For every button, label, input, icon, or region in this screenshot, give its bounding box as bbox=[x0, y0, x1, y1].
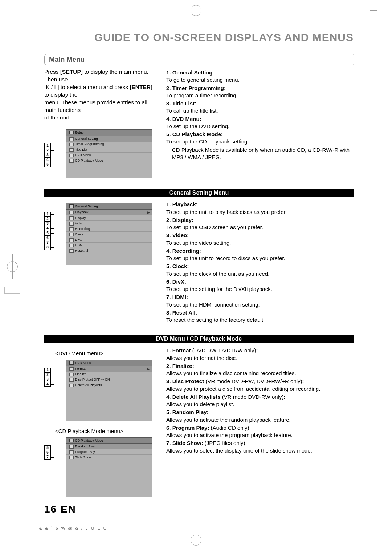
dvd-menu-screenshot: DVD MenuFormat▶FinalizeDisc Protect OFF … bbox=[66, 360, 152, 421]
item-title: 5. CD Playback Mode: bbox=[166, 131, 354, 138]
setup-menu-screenshot: SetupGeneral SettingTimer ProgrammingTit… bbox=[66, 129, 152, 178]
menu-row: CD Playback Mode bbox=[66, 158, 152, 163]
menu-titlebar: CD Playback Mode bbox=[66, 438, 152, 444]
cd-menu-numbers: 567 bbox=[44, 445, 51, 459]
callout-number: 5 bbox=[44, 231, 51, 236]
callout-number: 7 bbox=[44, 240, 51, 245]
item-title: 6. DivX: bbox=[166, 278, 354, 285]
intro-text: Press [SETUP] to display the main menu. … bbox=[44, 68, 158, 121]
cd-menu-screenshot: CD Playback ModeRandom PlayProgram PlayS… bbox=[66, 437, 152, 497]
callout-number: 4 bbox=[44, 226, 51, 231]
item-desc: Allows you to activate the random playba… bbox=[166, 416, 354, 424]
item-desc: To set up the DVD setting. bbox=[166, 123, 354, 130]
callout-number: 3 bbox=[44, 153, 51, 158]
subheader-general: General Setting Menu bbox=[44, 189, 354, 197]
callout-number: 3 bbox=[44, 221, 51, 226]
item-note: CD Playback Mode is available only when … bbox=[166, 146, 354, 161]
subheader-dvd: DVD Menu / CD Playback Mode bbox=[44, 335, 354, 343]
callout-number: 1 bbox=[44, 143, 51, 148]
callout-number: 4 bbox=[44, 382, 51, 387]
item-desc: To set up the clock of the unit as you n… bbox=[166, 270, 354, 278]
menu-row: General Setting bbox=[66, 136, 152, 142]
item-desc: To set up the video setting. bbox=[166, 239, 354, 247]
item-title: 4. DVD Menu: bbox=[166, 116, 354, 123]
page-title: GUIDE TO ON-SCREEN DISPLAYS AND MENUS bbox=[44, 31, 354, 46]
item-desc: Allows you to select the display time of… bbox=[166, 447, 354, 454]
item-title: 8. Reset All: bbox=[166, 309, 354, 316]
section-main-menu: Main Menu bbox=[44, 54, 354, 65]
item-desc: To set up the unit to record to discs as… bbox=[166, 255, 354, 262]
menu-row: Delete All Playlists bbox=[66, 382, 152, 388]
item-desc: Allows you to activate the program playb… bbox=[166, 432, 354, 439]
general-menu-screenshot: General SettingPlayback▶DisplayVideoReco… bbox=[66, 203, 152, 265]
arrow-icon: ▶ bbox=[147, 210, 150, 215]
item-title: 3. Title List: bbox=[166, 100, 354, 107]
callout-number: 2 bbox=[44, 148, 51, 153]
menu-row: Recording bbox=[66, 226, 152, 232]
dvd-menu-numbers: 1234 bbox=[44, 368, 51, 386]
item-title: 2. Display: bbox=[166, 216, 354, 224]
item-desc: To reset the setting to the factory defa… bbox=[166, 316, 354, 324]
footer-code: & & ˆ 6 % @ & / J O E C bbox=[39, 526, 107, 530]
item-desc: To set up the CD playback setting. bbox=[166, 138, 354, 145]
general-menu-items: 1. Playback:To set up the unit to play b… bbox=[166, 201, 354, 324]
callout-number: 1 bbox=[44, 212, 51, 217]
item-title: 1. General Setting: bbox=[166, 69, 354, 76]
menu-row: HDMI bbox=[66, 243, 152, 248]
menu-row: Random Play bbox=[66, 444, 152, 449]
item-desc: Allows you to format the disc. bbox=[166, 355, 354, 362]
item-title: 2. Finalize: bbox=[166, 362, 354, 370]
menu-titlebar: General Setting bbox=[66, 203, 152, 210]
menu-row: Disc Protect OFF ↪ ON bbox=[66, 377, 152, 382]
item-title: 5. Clock: bbox=[166, 263, 354, 270]
item-desc: To program a timer recording. bbox=[166, 92, 354, 99]
item-title: 1. Format (DVD-RW, DVD+RW only): bbox=[166, 347, 354, 354]
item-desc: To set up the OSD screen as you prefer. bbox=[166, 224, 354, 231]
menu-row: Program Play bbox=[66, 449, 152, 455]
menu-row: Reset All bbox=[66, 248, 152, 254]
callout-number: 4 bbox=[44, 157, 51, 162]
item-title: 3. Disc Protect (VR mode DVD-RW, DVD+RW/… bbox=[166, 378, 354, 385]
callout-number: 7 bbox=[44, 455, 51, 460]
menu-row: Video bbox=[66, 221, 152, 226]
menu-row: Clock bbox=[66, 232, 152, 237]
menu-row: Finalize bbox=[66, 372, 152, 377]
arrow-icon: ▶ bbox=[147, 367, 150, 371]
dvd-cd-items: 1. Format (DVD-RW, DVD+RW only):Allows y… bbox=[166, 347, 354, 454]
item-desc: Allows you to delete playlist. bbox=[166, 401, 354, 408]
item-title: 5. Random Play: bbox=[166, 409, 354, 416]
item-desc: To set up the HDMI connection setting. bbox=[166, 301, 354, 308]
item-title: 6. Program Play: (Audio CD only) bbox=[166, 424, 354, 432]
item-desc: Allows you to finalize a disc containing… bbox=[166, 370, 354, 377]
menu-row: Display bbox=[66, 215, 152, 221]
menu-row: DivX bbox=[66, 237, 152, 243]
callout-number: 2 bbox=[44, 372, 51, 377]
item-title: 7. HDMI: bbox=[166, 293, 354, 301]
item-title: 3. Video: bbox=[166, 232, 354, 239]
menu-row: Playback▶ bbox=[66, 210, 152, 215]
caption-cd-menu: <CD Playback Mode menu> bbox=[55, 428, 158, 435]
menu-row: Title List bbox=[66, 147, 152, 153]
callout-number: 5 bbox=[44, 445, 51, 450]
menu-row: DVD Menu bbox=[66, 153, 152, 158]
item-title: 4. Recording: bbox=[166, 247, 354, 255]
callout-number: 6 bbox=[44, 450, 51, 455]
menu-row: Slide Show bbox=[66, 455, 152, 460]
item-desc: To call up the title list. bbox=[166, 107, 354, 114]
menu-row: Format▶ bbox=[66, 366, 152, 372]
item-title: 4. Delete All Playlists (VR mode DVD-RW … bbox=[166, 393, 354, 401]
item-title: 1. Playback: bbox=[166, 201, 354, 208]
item-title: 2. Timer Programming: bbox=[166, 85, 354, 92]
page-number: 16 EN bbox=[44, 503, 76, 515]
item-desc: To set up the setting for the DivXfi pla… bbox=[166, 285, 354, 293]
item-desc: To go to general setting menu. bbox=[166, 76, 354, 84]
main-menu-items: 1. General Setting:To go to general sett… bbox=[166, 69, 354, 161]
menu-titlebar: Setup bbox=[66, 130, 152, 136]
callout-number: 8 bbox=[44, 245, 51, 250]
general-menu-numbers: 12345678 bbox=[44, 212, 51, 250]
item-desc: Allows you to protect a disc from accide… bbox=[166, 385, 354, 393]
menu-row: Timer Programming bbox=[66, 142, 152, 147]
caption-dvd-menu: <DVD Menu menu> bbox=[55, 350, 158, 357]
callout-number: 5 bbox=[44, 162, 51, 167]
item-desc: To set up the unit to play back discs as… bbox=[166, 208, 354, 216]
